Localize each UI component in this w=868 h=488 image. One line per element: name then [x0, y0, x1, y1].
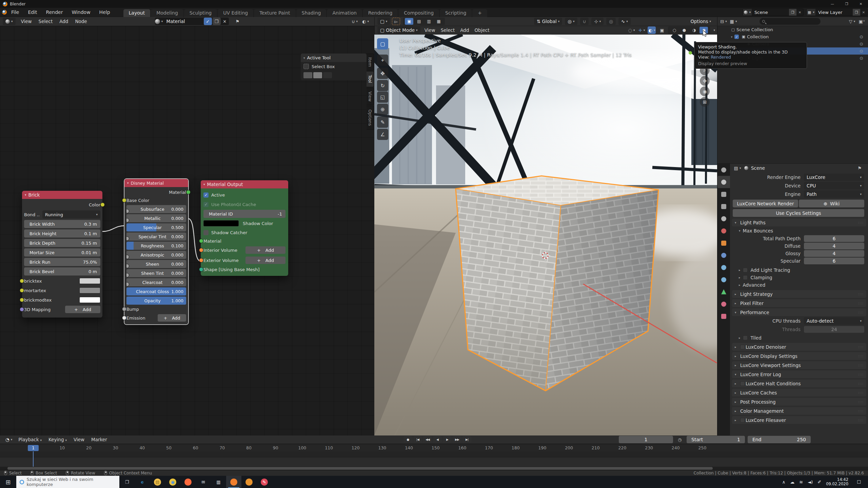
editor-type-icon[interactable]: ▾ [3, 18, 16, 25]
current-frame-field[interactable]: 1 [619, 436, 673, 443]
active-tool-row[interactable]: Select Box [301, 62, 367, 71]
checkbox[interactable] [743, 268, 748, 272]
color-swatch[interactable] [79, 278, 100, 284]
menu-item[interactable]: Object [472, 27, 492, 33]
select-tool-button[interactable]: ▻ [392, 18, 400, 25]
action-center-icon[interactable]: ☐ [853, 480, 865, 485]
outliner-search-input[interactable] [760, 18, 821, 25]
pin-icon[interactable]: ⚑ [234, 18, 242, 25]
texture-tab[interactable] [717, 310, 730, 322]
world-tab[interactable] [717, 225, 730, 237]
disney-material-node[interactable]: ▾Disney Material Material Base Color Sub… [124, 179, 188, 324]
falloff-dropdown[interactable]: ∿▾ [618, 18, 631, 25]
chrome-app[interactable]: ◉ [165, 476, 180, 488]
value-field[interactable]: 6 [804, 235, 864, 242]
next-keyframe-button[interactable]: ▶▶ [453, 436, 461, 443]
close-icon[interactable]: ✕ [860, 9, 867, 16]
material-tab[interactable] [717, 298, 730, 310]
properties-panel-header[interactable]: ▾Performance:::: [732, 308, 866, 316]
physics-tab[interactable] [717, 273, 730, 286]
pan-hand-icon[interactable]: ✥ [700, 76, 710, 86]
timeline-ruler[interactable]: 1020304050607080901001101201301401501601… [0, 444, 868, 451]
workspace-tab[interactable]: Scripting [440, 9, 472, 17]
playhead-line[interactable] [33, 451, 34, 467]
scale-tool[interactable]: ◱ [377, 92, 388, 103]
sidebar-tab[interactable]: Item [367, 54, 374, 70]
menu-item[interactable]: Edit [23, 9, 41, 15]
select-mode-invert[interactable]: ▦ [434, 18, 443, 25]
scene-icon[interactable]: ▾ [743, 9, 752, 16]
active-checkbox-row[interactable]: ✓ Active [203, 191, 285, 199]
panel-light-paths[interactable]: ▾Light Paths:::: [732, 219, 866, 226]
add-button[interactable]: +Add [158, 314, 186, 322]
node-slider[interactable]: Specular0.500 [126, 223, 186, 231]
subpanel-row[interactable]: ▸Add Light Tracing [730, 266, 868, 274]
workspace-tab[interactable]: Rendering [363, 9, 398, 17]
node-slider[interactable]: Clearcoat Gloss1.000 [126, 287, 186, 296]
camera-view-icon[interactable]: ◉ [700, 86, 710, 96]
material-sphere-icon[interactable]: ▾ [155, 18, 163, 25]
blender-alt-app[interactable] [241, 476, 257, 488]
fake-user-shield-icon[interactable]: ✓ [204, 18, 212, 25]
material-name-field[interactable]: Material [163, 19, 204, 24]
node-slider[interactable]: Metallic0.000 [126, 214, 186, 222]
store-app[interactable]: ▥ [211, 476, 226, 488]
prev-keyframe-button[interactable]: ◀◀ [423, 436, 432, 443]
play-button[interactable]: ▶ [443, 436, 452, 443]
copy-material-icon[interactable]: ❐ [213, 18, 221, 25]
visibility-eye-icon[interactable]: ⊙ [860, 48, 863, 54]
node-header[interactable]: ▾Disney Material [124, 179, 188, 187]
transform-orientation-dropdown[interactable]: ⇅ Global▾ [534, 18, 562, 25]
input-socket[interactable] [199, 267, 203, 272]
checkbox-checked-icon[interactable]: ✓ [203, 202, 209, 207]
browser-app[interactable] [180, 476, 196, 488]
jump-to-start-button[interactable]: |◀ [413, 436, 422, 443]
node-value-field[interactable]: Brick Depth0.15 m [24, 239, 100, 247]
frame-start-field[interactable]: Start1 [687, 436, 745, 443]
properties-panel-header[interactable]: ▸LuxCore Denoiser:::: [732, 343, 866, 351]
tiled-row[interactable]: ▸Tiled [730, 334, 868, 342]
properties-panel-header[interactable]: ▸Pixel Filter:::: [732, 299, 866, 307]
particles-tab[interactable] [717, 261, 730, 273]
photongi-checkbox-row[interactable]: ✓ Use PhotonGI Cache [203, 200, 285, 208]
dropdown-field[interactable]: CPU▾ [804, 182, 864, 189]
filter-funnel-dropdown[interactable]: ▽▾ [848, 18, 856, 25]
copy-icon[interactable]: ❐ [789, 9, 796, 16]
gizmos-dropdown[interactable]: ✛▾ [637, 26, 646, 34]
taskbar-clock[interactable]: 14:42 09.02.2020 [826, 477, 848, 486]
perspective-toggle-icon[interactable]: ⊞ [700, 97, 710, 107]
node-value-field[interactable]: Brick Run75.0% [24, 258, 100, 266]
node-value-field[interactable]: Brick Bevel0 m [24, 267, 100, 276]
tool-tab[interactable] [717, 164, 730, 176]
input-socket[interactable] [20, 288, 24, 293]
outliner-row[interactable]: Scene Collection [717, 26, 868, 33]
input-socket[interactable] [199, 248, 203, 252]
menu-item[interactable]: View [18, 19, 35, 24]
brick-node[interactable]: ▾Brick Color Bond .. Running▾ Brick Widt… [22, 191, 102, 318]
properties-panel-header[interactable]: ▸LuxCore Caches:::: [732, 389, 866, 396]
properties-panel-header[interactable]: ▸Post Processing:::: [732, 398, 866, 406]
material-id-field[interactable]: Material ID-1 [203, 210, 285, 218]
wireframe-shading-icon[interactable]: ○ [670, 27, 678, 34]
scene-tab[interactable] [717, 212, 730, 225]
node-slider[interactable]: Clearcoat0.000 [126, 278, 186, 286]
file-explorer-app[interactable]: ▤ [150, 476, 165, 488]
input-socket[interactable] [199, 258, 203, 263]
sidebar-tab[interactable]: View [367, 88, 374, 105]
display-mode-dropdown[interactable]: ⊟▾ [719, 18, 728, 25]
subpanel-row[interactable]: ▸Advanced [730, 281, 868, 289]
dropdown-field[interactable]: Auto-detect▾ [804, 317, 864, 325]
add-button[interactable]: +Add [245, 257, 285, 264]
active-tool-icon[interactable]: ▢▾ [377, 18, 390, 25]
rotate-tool[interactable]: ↻ [377, 80, 388, 91]
select-box-tool[interactable]: ▢ [377, 38, 388, 49]
tray-expand-icon[interactable]: ∧ [782, 480, 786, 485]
menu-item[interactable]: Marker [88, 437, 111, 442]
node-slider[interactable]: Sheen0.000 [126, 260, 186, 268]
editor-type-icon[interactable]: ▤▾ [733, 164, 742, 172]
visibility-eye-icon[interactable]: ⊙ [860, 56, 863, 61]
prev-frame-button[interactable]: ◀ [433, 436, 442, 443]
properties-panel-header[interactable]: ▸LuxCore Halt Conditions:::: [732, 380, 866, 387]
object-visibility-dropdown[interactable]: ◌▾ [627, 26, 635, 34]
blender-menu-icon[interactable] [2, 10, 7, 15]
